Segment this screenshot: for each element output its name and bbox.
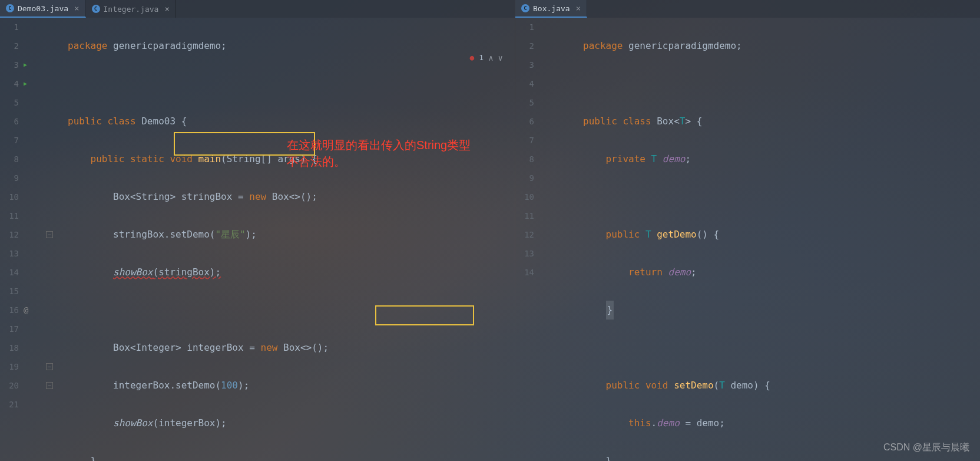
line-number: 5 [515, 93, 539, 112]
line-number: 16 [0, 301, 24, 320]
tab-integer[interactable]: C Integer.java × [86, 0, 176, 18]
line-number: 4 [0, 74, 24, 93]
line-number: 12 [515, 225, 539, 244]
line-number: 5 [0, 93, 24, 112]
left-gutter: 1 2 3▶ 4▶ 5 6 7 8 9 10 11 12— 13 14 15 1… [0, 18, 56, 461]
tab-label: Integer.java [104, 5, 159, 14]
line-number: 9 [515, 169, 539, 187]
right-tabs: C Box.java × [515, 0, 980, 18]
line-number: 4 [515, 74, 539, 93]
line-number: 6 [0, 112, 24, 131]
line-number: 19 [0, 357, 24, 376]
line-number: 11 [515, 206, 539, 225]
tab-demo03[interactable]: C Demo03.java × [0, 0, 86, 18]
tab-label: Box.java [533, 4, 570, 13]
line-number: 1 [0, 18, 24, 37]
line-number: 14 [0, 263, 24, 282]
line-number: 21 [0, 395, 24, 414]
line-number: 20 [0, 376, 24, 395]
line-number: 7 [515, 131, 539, 150]
close-icon[interactable]: × [74, 4, 79, 13]
tab-label: Demo03.java [18, 4, 68, 13]
line-number: 9 [0, 169, 24, 187]
close-icon[interactable]: × [164, 4, 169, 14]
line-number: 15 [0, 282, 24, 301]
right-editor[interactable]: 1 2 3 4 5 6 7 8 9 10 11 12 13 14 package… [515, 18, 980, 461]
tab-box[interactable]: C Box.java × [515, 0, 587, 18]
line-number: 3 [0, 55, 24, 74]
line-number: 8 [0, 150, 24, 169]
line-number: 10 [515, 187, 539, 206]
override-icon[interactable]: @ [24, 301, 28, 320]
line-number: 11 [0, 206, 24, 225]
fold-icon[interactable]: — [46, 231, 53, 238]
line-number: 1 [515, 18, 539, 37]
line-number: 13 [515, 244, 539, 263]
line-number: 3 [515, 55, 539, 74]
line-number: 6 [515, 112, 539, 131]
line-number: 8 [515, 150, 539, 169]
watermark: CSDN @星辰与晨曦 [883, 442, 969, 454]
left-editor-pane: C Demo03.java × C Integer.java × ● 1 ∧ ∨… [0, 0, 515, 461]
right-editor-pane: C Box.java × 1 2 3 4 5 6 7 8 9 10 11 12 … [515, 0, 980, 461]
left-editor[interactable]: ● 1 ∧ ∨ 1 2 3▶ 4▶ 5 6 7 8 9 10 11 12— 13… [0, 18, 515, 461]
line-number: 14 [515, 263, 539, 282]
line-number: 2 [515, 37, 539, 55]
line-number: 18 [0, 338, 24, 357]
fold-icon[interactable]: — [46, 382, 53, 389]
close-icon[interactable]: × [576, 4, 581, 13]
java-class-icon: C [92, 5, 100, 13]
fold-icon[interactable]: — [46, 363, 53, 370]
annotation-text: 在这就明显的看出传入的String类型 不合法的。 [287, 137, 517, 170]
line-number: 7 [0, 131, 24, 150]
line-number: 12 [0, 225, 24, 244]
java-class-icon: C [521, 4, 529, 12]
line-number: 2 [0, 37, 24, 55]
right-gutter: 1 2 3 4 5 6 7 8 9 10 11 12 13 14 [515, 18, 571, 461]
left-tabs: C Demo03.java × C Integer.java × [0, 0, 515, 18]
line-number: 17 [0, 320, 24, 338]
left-code-area[interactable]: package genericparadigmdemo; public clas… [68, 18, 509, 461]
right-code-area[interactable]: package genericparadigmdemo; public clas… [583, 18, 974, 461]
java-class-icon: C [6, 4, 14, 12]
run-icon[interactable]: ▶ [24, 55, 27, 74]
line-number: 10 [0, 187, 24, 206]
line-number: 13 [0, 244, 24, 263]
run-icon[interactable]: ▶ [24, 74, 27, 93]
